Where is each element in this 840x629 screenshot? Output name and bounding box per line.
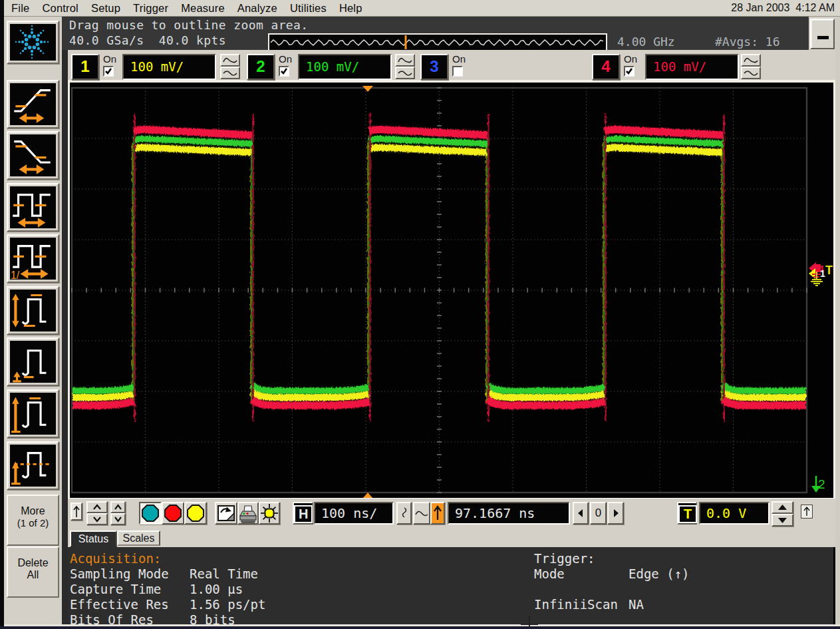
channel-1-on-checkbox[interactable] (103, 66, 114, 77)
delay-increment-button[interactable] (607, 502, 624, 524)
vertical-scale-down-button[interactable] (86, 513, 108, 525)
channel-2-on-checkbox[interactable] (279, 66, 289, 77)
menu-trigger[interactable]: Trigger (133, 0, 168, 15)
channel-3-on-checkbox[interactable] (452, 66, 463, 77)
trigger-menu-button[interactable]: T (677, 502, 697, 524)
menu-setup[interactable]: Setup (91, 0, 120, 15)
channel-4-scale-field[interactable]: 100 mV/ (645, 54, 739, 80)
channel-3-button[interactable]: 3 (420, 54, 448, 80)
measure-vavg-button[interactable] (7, 441, 59, 490)
brightness-button[interactable] (259, 502, 280, 524)
mouse-cursor-crosshair (529, 616, 530, 629)
sampling-mode-row: Sampling ModeReal Time (70, 566, 258, 582)
v-peak-peak-icon (10, 290, 55, 331)
trigger-level-field[interactable]: 0.0 V (699, 502, 770, 524)
measure-vmax-button[interactable] (7, 389, 59, 438)
capture-time-row: Capture Time1.00 µs (70, 582, 243, 597)
delay-decrement-button[interactable] (573, 502, 589, 524)
channel-2-wave-up-button[interactable] (395, 54, 415, 67)
tab-scales[interactable]: Scales (117, 530, 160, 546)
delete-all-button[interactable]: Delete All (7, 546, 59, 598)
delay-field[interactable]: 97.1667 ns (448, 502, 570, 524)
sun-icon (260, 503, 279, 523)
agilent-logo-button[interactable] (7, 21, 59, 64)
channel-2-offscreen-marker: 2 (811, 476, 825, 493)
effective-res-row: Effective Res1.56 ps/pt (70, 597, 265, 612)
infiniiscan-row: InfiniiScanNA (534, 597, 644, 612)
trigger-mode-row: ModeEdge (↑) (534, 566, 690, 582)
single-octagon-icon (186, 503, 206, 523)
chevron-up-icon (112, 503, 124, 512)
measure-rise-time-button[interactable] (7, 80, 59, 128)
sidebar: 1/ (4, 17, 62, 624)
trigger-level-marker: 41T (809, 262, 833, 286)
menu-help[interactable]: Help (339, 0, 362, 15)
tab-status[interactable]: Status (70, 530, 117, 547)
export-screen-icon (216, 503, 236, 523)
averages-readout: #Avgs: 16 (715, 35, 780, 49)
channel-4-on-checkbox[interactable] (624, 66, 634, 77)
single-button[interactable] (184, 502, 207, 524)
down-triangle-icon (773, 515, 792, 525)
horizontal-menu-button[interactable]: H (293, 502, 313, 524)
channel-2-button[interactable]: 2 (247, 54, 275, 80)
channel-4-button[interactable]: 4 (592, 54, 620, 80)
horizontal-sine-button[interactable] (413, 502, 430, 524)
trigger-heading: Trigger: (534, 551, 595, 566)
measure-fall-time-button[interactable] (7, 131, 59, 180)
stop-octagon-icon (163, 503, 183, 523)
channel-2-wave-down-button[interactable] (395, 67, 415, 79)
channel-4-on-label: On (624, 53, 637, 65)
measure-period-button[interactable] (7, 183, 59, 232)
menu-analyze[interactable]: Analyze (237, 0, 277, 15)
menu-control[interactable]: Control (42, 0, 78, 15)
waveform-preview-bar[interactable] (268, 33, 607, 51)
menu-measure[interactable]: Measure (181, 0, 225, 15)
menu-file[interactable]: File (11, 0, 29, 15)
timebase-field[interactable]: 100 ns/ (314, 502, 394, 524)
channel-2-scale-field[interactable]: 100 mV/ (298, 54, 392, 80)
scope-graticule-and-traces: 41T2 (70, 83, 833, 498)
print-button[interactable] (237, 502, 259, 524)
svg-text:1: 1 (820, 268, 825, 279)
channel-4-wave-up-button[interactable] (741, 54, 761, 67)
chevron-up-icon (88, 503, 106, 512)
quick-export-button[interactable] (215, 502, 237, 524)
v-max-icon (10, 393, 55, 435)
trigger-slope-mini-button[interactable] (801, 505, 813, 519)
minimize-button[interactable] (810, 19, 835, 49)
offset-up-button[interactable] (110, 501, 126, 513)
measure-vmin-button[interactable] (7, 337, 59, 386)
measure-frequency-button[interactable]: 1/ (7, 234, 59, 283)
chevron-down-icon (88, 515, 106, 524)
channel-3-on-label: On (452, 53, 466, 65)
window-right-frame (835, 17, 840, 624)
trigger-slope-button[interactable] (430, 502, 445, 524)
channel-1-scale-field[interactable]: 100 mV/ (122, 54, 216, 80)
printer-icon (239, 503, 257, 523)
up-triangle-icon (773, 503, 792, 513)
up-arrow-icon (801, 505, 812, 518)
clock: 28 Jan 2003 4:12 AM (731, 2, 835, 14)
fine-horizontal-button[interactable] (396, 502, 412, 524)
stop-button[interactable] (162, 502, 184, 524)
vertical-scale-up-button[interactable] (86, 501, 108, 513)
delay-zero-button[interactable]: 0 (590, 502, 607, 524)
channel-1-wave-down-button[interactable] (220, 67, 240, 79)
rise-time-icon (10, 83, 55, 125)
measure-vpp-button[interactable] (7, 286, 59, 335)
bits-of-res-row: Bits Of Res8 bits (70, 612, 235, 628)
waveform-display[interactable]: 41T2 (68, 83, 835, 498)
menu-utilities[interactable]: Utilities (290, 0, 327, 15)
trigger-slope-indicator-button[interactable] (70, 503, 82, 521)
channel-1-button[interactable]: 1 (71, 54, 99, 80)
trigger-level-down-button[interactable] (771, 514, 793, 526)
channel-1-wave-up-button[interactable] (220, 54, 240, 67)
trigger-level-up-button[interactable] (771, 501, 793, 514)
run-button[interactable] (139, 502, 162, 524)
agilent-spark-icon-svg (10, 24, 55, 61)
channel-4-wave-down-button[interactable] (741, 67, 761, 79)
minimize-icon (817, 36, 829, 39)
offset-down-button[interactable] (110, 513, 126, 525)
more-button[interactable]: More (1 of 2) (7, 495, 59, 546)
